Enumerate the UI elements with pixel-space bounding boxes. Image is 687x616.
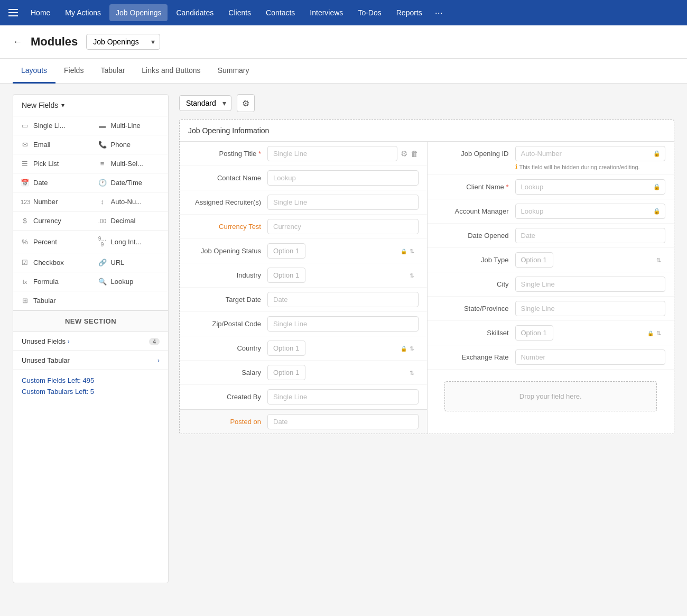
- custom-fields-left-link[interactable]: Custom Fields Left: 495: [22, 376, 160, 384]
- auto-number-icon: ↕: [98, 198, 107, 206]
- number-label: Number: [33, 198, 58, 206]
- field-checkbox[interactable]: ☑ Checkbox: [13, 253, 91, 272]
- field-single-line[interactable]: ▭ Single Li...: [13, 116, 91, 135]
- unused-tabular-section[interactable]: Unused Tabular ›: [13, 351, 168, 370]
- multi-select-label: Multi-Sel...: [111, 160, 143, 168]
- salary-wrapper: Option 1: [267, 365, 419, 380]
- gear-button[interactable]: ⚙: [237, 94, 255, 112]
- contact-name-input[interactable]: Lookup: [267, 170, 419, 186]
- industry-select[interactable]: Option 1: [267, 268, 305, 283]
- percent-label: Percent: [33, 238, 57, 246]
- posting-title-input[interactable]: Single Line: [267, 146, 397, 161]
- currency-test-label: Currency Test: [188, 223, 267, 231]
- tabs-bar: Layouts Fields Tabular Links and Buttons…: [0, 59, 687, 84]
- field-tabular[interactable]: ⊞ Tabular: [13, 291, 168, 310]
- nav-reports[interactable]: Reports: [390, 4, 429, 21]
- right-form-column: Job Opening ID Auto-Number 🔒 ℹ This fiel…: [427, 142, 674, 434]
- new-section-button[interactable]: NEW SECTION: [13, 311, 168, 332]
- module-dropdown[interactable]: Job Openings: [86, 34, 160, 50]
- client-name-row: Client Name Lookup 🔒: [428, 175, 674, 199]
- field-multi-select[interactable]: ≡ Multi-Sel...: [91, 154, 169, 173]
- unused-fields-arrow: ›: [68, 338, 70, 345]
- standard-dropdown[interactable]: Standard: [179, 95, 231, 111]
- nav-candidates[interactable]: Candidates: [170, 4, 220, 21]
- datetime-icon: 🕐: [98, 179, 107, 187]
- field-pick-list[interactable]: ☰ Pick List: [13, 154, 91, 173]
- field-date[interactable]: 📅 Date: [13, 173, 91, 192]
- left-panel-header: New Fields ▾: [13, 95, 168, 116]
- percent-icon: %: [21, 238, 29, 246]
- posted-on-input[interactable]: Date: [267, 414, 419, 429]
- drop-zone[interactable]: Drop your field here.: [444, 381, 657, 411]
- nav-home[interactable]: Home: [24, 4, 57, 21]
- job-opening-id-input[interactable]: Auto-Number 🔒: [515, 146, 666, 161]
- module-dropdown-wrapper: Job Openings: [86, 34, 160, 50]
- job-type-select[interactable]: Option 1: [515, 252, 553, 268]
- zip-code-input[interactable]: Single Line: [267, 316, 419, 332]
- unused-tabular-arrow: ›: [157, 357, 160, 364]
- tab-fields[interactable]: Fields: [55, 59, 92, 84]
- job-opening-status-select[interactable]: Option 1: [267, 243, 305, 259]
- industry-wrapper: Option 1: [267, 268, 419, 283]
- exchange-rate-input[interactable]: Number: [515, 350, 666, 365]
- unused-fields-section[interactable]: Unused Fields › 4: [13, 332, 168, 351]
- field-datetime[interactable]: 🕐 Date/Time: [91, 173, 169, 192]
- contact-name-label: Contact Name: [188, 174, 267, 182]
- field-decimal[interactable]: .00 Decimal: [91, 212, 169, 231]
- fields-grid: ▭ Single Li... ▬ Multi-Line ✉ Email 📞 Ph…: [13, 116, 168, 311]
- custom-tabulars-left-link[interactable]: Custom Tabulars Left: 5: [22, 388, 160, 396]
- back-button[interactable]: ←: [13, 36, 22, 48]
- account-manager-row: Account Manager Lookup 🔒: [428, 199, 674, 224]
- state-province-input[interactable]: Single Line: [515, 301, 666, 316]
- gear-field-icon[interactable]: ⚙: [401, 149, 407, 159]
- tab-summary[interactable]: Summary: [209, 59, 258, 84]
- standard-dropdown-wrapper: Standard: [179, 95, 231, 111]
- field-multi-line[interactable]: ▬ Multi-Line: [91, 116, 169, 135]
- tab-tabular[interactable]: Tabular: [92, 59, 133, 84]
- target-date-input[interactable]: Date: [267, 292, 419, 307]
- field-email[interactable]: ✉ Email: [13, 135, 91, 154]
- created-by-input[interactable]: Single Line: [267, 389, 419, 404]
- client-name-label: Client Name: [436, 183, 515, 191]
- more-menu-icon[interactable]: ···: [431, 3, 447, 23]
- date-opened-input[interactable]: Date: [515, 228, 666, 243]
- date-opened-row: Date Opened Date: [428, 224, 674, 248]
- skillset-select[interactable]: Option 1: [515, 325, 553, 341]
- currency-test-input[interactable]: Currency: [267, 219, 419, 234]
- account-manager-input[interactable]: Lookup 🔒: [515, 204, 666, 219]
- menu-icon[interactable]: [8, 9, 18, 16]
- field-currency[interactable]: $ Currency: [13, 212, 91, 231]
- state-province-row: State/Province Single Line: [428, 297, 674, 321]
- job-type-row: Job Type Option 1: [428, 248, 674, 272]
- city-row: City Single Line: [428, 272, 674, 297]
- form-section-header: Job Opening Information: [180, 120, 674, 142]
- field-phone[interactable]: 📞 Phone: [91, 135, 169, 154]
- assigned-recruiter-input[interactable]: Single Line: [267, 195, 419, 210]
- city-input[interactable]: Single Line: [515, 277, 666, 292]
- nav-job-openings[interactable]: Job Openings: [109, 4, 168, 21]
- field-number[interactable]: 123 Number: [13, 192, 91, 212]
- field-long-int[interactable]: 9…9 Long Int...: [91, 231, 169, 253]
- country-select[interactable]: Option 1: [267, 341, 305, 356]
- form-section: Job Opening Information Posting Title Si…: [179, 119, 674, 434]
- tab-layouts[interactable]: Layouts: [13, 59, 55, 84]
- salary-select[interactable]: Option 1: [267, 365, 305, 380]
- nav-clients[interactable]: Clients: [222, 4, 257, 21]
- nav-todos[interactable]: To-Dos: [351, 4, 387, 21]
- right-panel: Standard ⚙ Job Opening Information Posti…: [179, 94, 674, 583]
- nav-contacts[interactable]: Contacts: [259, 4, 301, 21]
- posting-title-field-wrapper: Single Line ⚙ 🗑: [267, 146, 419, 161]
- unused-tabular-label: Unused Tabular: [22, 356, 70, 364]
- tab-links-and-buttons[interactable]: Links and Buttons: [133, 59, 209, 84]
- field-lookup[interactable]: 🔍 Lookup: [91, 272, 169, 291]
- field-percent[interactable]: % Percent: [13, 231, 91, 253]
- client-name-input[interactable]: Lookup 🔒: [515, 179, 666, 195]
- field-formula[interactable]: fx Formula: [13, 272, 91, 291]
- nav-interviews[interactable]: Interviews: [303, 4, 349, 21]
- url-label: URL: [111, 259, 125, 266]
- trash-field-icon[interactable]: 🗑: [411, 149, 419, 158]
- field-auto-number[interactable]: ↕ Auto-Nu...: [91, 192, 169, 212]
- nav-my-actions[interactable]: My Actions: [59, 4, 107, 21]
- email-icon: ✉: [21, 141, 29, 149]
- field-url[interactable]: 🔗 URL: [91, 253, 169, 272]
